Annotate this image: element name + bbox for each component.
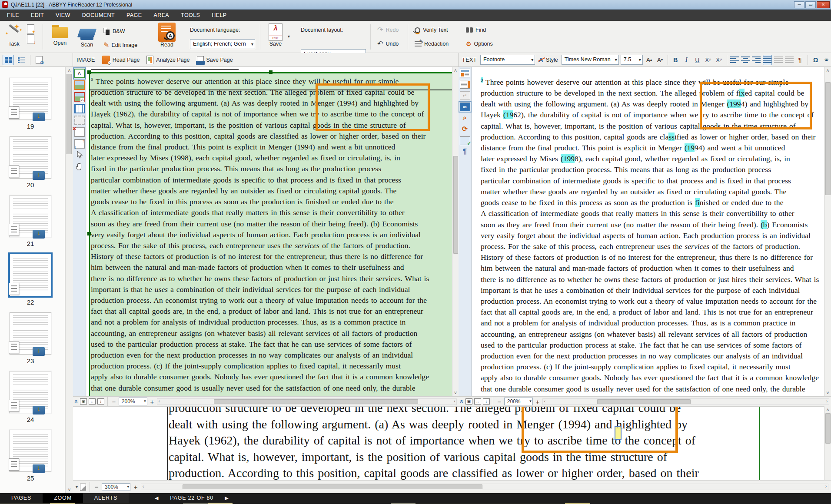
thumbnail-page-22[interactable]: 22	[0, 254, 65, 311]
bold-button[interactable]: B	[671, 55, 680, 65]
thumbnail-image[interactable]	[8, 252, 53, 298]
thumbnail-page-23[interactable]: ↓23	[0, 312, 65, 370]
zoom-in-button[interactable]: +	[133, 483, 139, 491]
bullet-list-button[interactable]	[784, 55, 794, 65]
picture-zone-tool[interactable]	[74, 80, 85, 90]
scanned-image-canvas[interactable]: 9 Three points however deserve our atten…	[86, 67, 452, 396]
tab-alerts[interactable]: ALERTS	[83, 493, 129, 503]
text-pane-hscrollbar[interactable]: ‹ ›	[542, 398, 829, 405]
zone-handle[interactable]	[87, 70, 91, 74]
read-button[interactable]: A Read	[155, 23, 179, 48]
hand-pan-tool[interactable]	[74, 162, 85, 172]
fit-page-button[interactable]: ▣	[80, 398, 87, 405]
find-button[interactable]: Find	[466, 25, 493, 35]
save-button[interactable]: λPDF Save	[266, 23, 285, 47]
reread-page-button[interactable]: ⟳	[460, 125, 470, 134]
thumbnail-image[interactable]: ↓	[10, 195, 51, 237]
analyze-page-button[interactable]: Analyze Page	[146, 56, 189, 64]
superscript-button[interactable]: X2	[704, 55, 713, 65]
select-cursor-tool[interactable]	[74, 151, 85, 160]
thumbnail-view-button[interactable]	[3, 55, 14, 65]
bw-button[interactable]: B&W	[103, 25, 125, 37]
new-task-button[interactable]: ✦ ↓	[27, 23, 34, 44]
thumbnail-image[interactable]: ↓	[10, 430, 51, 472]
detail-view-button[interactable]	[16, 55, 27, 65]
layout-view-button[interactable]	[460, 69, 470, 77]
increase-font-button[interactable]: A▴	[645, 55, 654, 65]
menu-view[interactable]: VIEW	[56, 12, 70, 18]
verify-text-tool[interactable]: ⌕	[460, 114, 470, 123]
zoom-in-button[interactable]: +	[535, 398, 541, 405]
verify-text-button[interactable]: Verify Text	[415, 25, 449, 35]
image-pane-vscrollbar[interactable]: ˄ ˅	[452, 67, 459, 396]
tab-zoom[interactable]: ZOOM	[43, 493, 83, 503]
pages-panel-scrollbar[interactable]: ˄ ˅	[65, 67, 73, 493]
read-page-button[interactable]: Read Page	[102, 56, 140, 64]
italic-button[interactable]: I	[682, 55, 691, 65]
maximize-button[interactable]: ▭	[805, 1, 816, 8]
zoom-pane[interactable]: production structure to be developed in …	[73, 406, 831, 480]
options-button[interactable]: ⚙Options	[466, 39, 493, 49]
menu-document[interactable]: DOCUMENT	[82, 12, 115, 18]
save-options-arrow[interactable]: ▾	[288, 34, 290, 39]
menu-file[interactable]: FILE	[7, 12, 19, 18]
fit-width-button[interactable]: ↔	[474, 398, 481, 405]
next-page-button[interactable]: ▶	[225, 495, 229, 501]
show-formatting-marks-button[interactable]: ¶	[460, 148, 470, 156]
scan-button[interactable]: Scan	[75, 24, 99, 48]
menu-area[interactable]: AREA	[153, 12, 169, 18]
tab-pages[interactable]: PAGES	[0, 493, 43, 503]
reorder-areas-tool[interactable]	[74, 139, 85, 149]
redo-button[interactable]: ↷Redo	[377, 25, 399, 35]
thumbnail-image[interactable]: ↓	[10, 371, 51, 413]
fit-page-button[interactable]: ▣	[465, 398, 472, 405]
minimize-button[interactable]: ─	[794, 1, 804, 8]
align-right-button[interactable]	[752, 55, 761, 65]
save-page-button[interactable]: Save Page	[197, 56, 233, 64]
image-pane-hscrollbar[interactable]: ‹ ›	[157, 398, 457, 405]
zoom-pane-zoom-dropdown[interactable]: 300%▾	[102, 483, 130, 491]
menu-tools[interactable]: TOOLS	[181, 12, 200, 18]
thumbnail-page-24[interactable]: ↓24	[0, 371, 65, 428]
hyperlink-button[interactable]: ⚭	[822, 55, 831, 65]
task-button[interactable]: ✦ ✦ ✦ Task	[3, 23, 25, 47]
thumbnail-image[interactable]: ↓	[10, 136, 51, 179]
collapse-pane-chevron-icon[interactable]: «	[73, 400, 80, 403]
doc-language-dropdown[interactable]: English; French; Gern▾	[190, 39, 255, 49]
delete-area-tool[interactable]	[74, 127, 85, 137]
collapse-zoom-pane-icon[interactable]: ▾	[76, 484, 78, 489]
align-center-button[interactable]	[741, 55, 750, 65]
underline-button[interactable]: U	[693, 55, 702, 65]
font-size-dropdown[interactable]: 7.5▾	[621, 55, 643, 65]
zoom-page-preview-icon[interactable]	[80, 484, 86, 491]
zoom-pane-vscrollbar[interactable]: ˄	[824, 406, 831, 480]
align-justify-button[interactable]	[763, 55, 772, 65]
align-left-button[interactable]	[730, 55, 739, 65]
fit-width-button[interactable]: ↔	[89, 398, 96, 405]
fit-height-button[interactable]: ↕	[97, 398, 104, 405]
undo-button[interactable]: ↶Undo	[377, 39, 399, 49]
recognition-area-tool[interactable]	[74, 116, 85, 125]
fit-height-button[interactable]: ↕	[483, 398, 490, 405]
plain-text-view-button[interactable]	[460, 80, 470, 89]
thumbnail-image[interactable]: ↓	[10, 312, 51, 355]
menu-edit[interactable]: EDIT	[31, 12, 44, 18]
zoom-pane-hscrollbar[interactable]: ‹ ›	[141, 484, 828, 490]
zoom-out-button[interactable]: −	[93, 483, 100, 491]
redaction-button[interactable]: Redaction	[415, 39, 449, 49]
background-picture-zone-tool[interactable]: A	[74, 92, 85, 102]
menu-help[interactable]: HELP	[212, 12, 226, 18]
paragraph-settings-button[interactable]: ¶	[795, 55, 804, 65]
thumbnail-page-19[interactable]: ↓19	[0, 78, 65, 135]
thumbnail-image[interactable]: ↓	[10, 78, 51, 120]
zoom-in-button[interactable]: +	[149, 398, 155, 405]
subscript-button[interactable]: X2	[715, 55, 724, 65]
decrease-font-button[interactable]: A▾	[655, 55, 665, 65]
text-zone-tool[interactable]: A	[74, 69, 85, 78]
font-name-dropdown[interactable]: Times New Roman▾	[562, 55, 619, 65]
verify-spelling-button[interactable]: ∞	[460, 103, 470, 111]
style-preset-dropdown[interactable]: Footnote▾	[480, 55, 535, 65]
recognized-text-editor[interactable]: 9 Three points however deserve our atten…	[472, 67, 824, 396]
page-properties-button[interactable]	[33, 55, 45, 65]
check-pages-button[interactable]	[460, 136, 470, 145]
